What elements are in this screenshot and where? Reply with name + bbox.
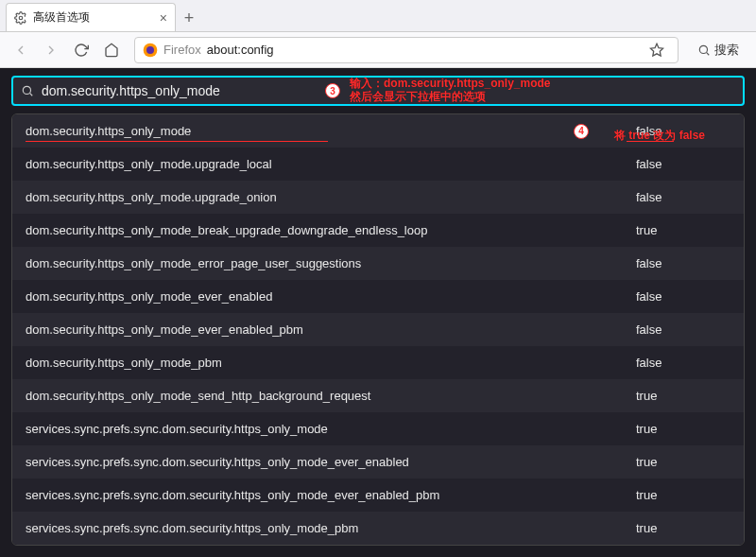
annotation-text-4: 将 true 改为 false [614, 128, 705, 144]
pref-value: false [617, 356, 730, 370]
url-bar[interactable]: Firefox about:config [134, 37, 679, 63]
url-path: about:config [207, 43, 274, 57]
pref-name: dom.security.https_only_mode [26, 124, 574, 138]
pref-name: dom.security.https_only_mode_send_http_b… [26, 389, 617, 403]
url-scheme-label: Firefox [163, 43, 201, 57]
annotation-badge-4: 4 [574, 124, 589, 139]
pref-value: false [617, 157, 730, 171]
home-button[interactable] [98, 37, 125, 63]
pref-value: false [617, 190, 730, 204]
new-tab-button[interactable]: + [176, 5, 202, 31]
pref-row[interactable]: dom.security.https_only_mode_pbmfalse [12, 346, 744, 379]
pref-name: services.sync.prefs.sync.dom.security.ht… [26, 455, 617, 469]
search-button-label: 搜索 [714, 42, 739, 59]
browser-tab[interactable]: 高级首选项 × [6, 3, 176, 31]
pref-value: false [617, 256, 730, 270]
pref-value: true [617, 223, 730, 237]
pref-name: services.sync.prefs.sync.dom.security.ht… [26, 521, 617, 535]
pref-results: dom.security.https_only_mode 4 false dom… [11, 113, 745, 546]
forward-button[interactable] [38, 37, 64, 63]
pref-value: true [617, 455, 730, 469]
svg-point-6 [23, 86, 30, 94]
pref-search-bar[interactable]: dom.security.https_only_mode 3 输入：dom.se… [11, 76, 745, 106]
firefox-icon [143, 43, 158, 58]
tab-bar: 高级首选项 × + [0, 0, 756, 32]
svg-line-7 [30, 94, 33, 96]
search-button[interactable]: 搜索 [688, 37, 748, 63]
pref-value: true [617, 488, 730, 502]
pref-value: true [617, 389, 730, 403]
pref-name: dom.security.https_only_mode_ever_enable… [26, 322, 617, 337]
pref-name: dom.security.https_only_mode_pbm [26, 356, 617, 370]
pref-row[interactable]: services.sync.prefs.sync.dom.security.ht… [12, 445, 744, 479]
pref-row[interactable]: services.sync.prefs.sync.dom.security.ht… [12, 479, 744, 512]
svg-line-5 [707, 52, 710, 55]
back-button[interactable] [8, 37, 34, 63]
pref-name: dom.security.https_only_mode_ever_enable… [26, 289, 617, 304]
search-icon [697, 44, 711, 57]
pref-row[interactable]: dom.security.https_only_mode_ever_enable… [12, 280, 744, 313]
pref-value: false [617, 289, 730, 304]
svg-point-4 [699, 45, 707, 53]
pref-name: services.sync.prefs.sync.dom.security.ht… [26, 488, 617, 502]
navigation-toolbar: Firefox about:config 搜索 [0, 32, 756, 68]
pref-name: dom.security.https_only_mode_error_page_… [26, 256, 617, 270]
pref-name: dom.security.https_only_mode.upgrade_oni… [26, 190, 617, 204]
reload-button[interactable] [68, 37, 94, 63]
pref-name: services.sync.prefs.sync.dom.security.ht… [26, 422, 617, 436]
bookmark-star-icon[interactable] [644, 37, 670, 63]
tab-title: 高级首选项 [33, 9, 154, 26]
annotation-text-3b: 然后会显示下拉框中的选项 [350, 89, 486, 105]
pref-row[interactable]: dom.security.https_only_mode_send_http_b… [12, 379, 744, 412]
pref-name: dom.security.https_only_mode_break_upgra… [26, 223, 617, 237]
pref-row[interactable]: dom.security.https_only_mode_error_page_… [12, 247, 744, 280]
pref-value: true [617, 422, 730, 436]
about-config-content: dom.security.https_only_mode 3 输入：dom.se… [0, 68, 756, 557]
pref-row[interactable]: dom.security.https_only_mode_ever_enable… [12, 313, 744, 346]
annotation-badge-3: 3 [325, 83, 340, 98]
pref-value: false [617, 322, 730, 337]
pref-name: dom.security.https_only_mode.upgrade_loc… [26, 157, 617, 171]
svg-marker-3 [650, 44, 662, 56]
pref-row[interactable]: services.sync.prefs.sync.dom.security.ht… [12, 412, 744, 445]
gear-icon [14, 11, 27, 25]
pref-row[interactable]: services.sync.prefs.sync.dom.security.ht… [12, 512, 744, 545]
svg-point-0 [19, 16, 23, 20]
pref-row[interactable]: dom.security.https_only_mode.upgrade_loc… [12, 148, 744, 181]
search-icon [21, 84, 34, 97]
close-icon[interactable]: × [160, 10, 167, 26]
pref-value: true [617, 521, 730, 535]
svg-point-2 [146, 46, 154, 54]
pref-row[interactable]: dom.security.https_only_mode_break_upgra… [12, 214, 744, 247]
pref-row[interactable]: dom.security.https_only_mode.upgrade_oni… [12, 181, 744, 214]
